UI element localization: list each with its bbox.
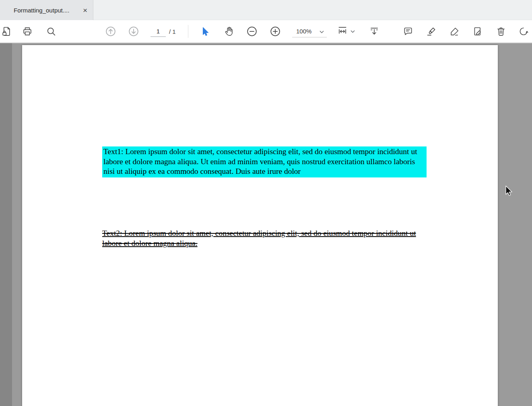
arrow-down-circle-icon (128, 26, 139, 37)
document-tab[interactable]: Formatting_output.... × (0, 0, 93, 20)
delete-button[interactable] (493, 23, 509, 39)
zoom-level-select[interactable]: 100% (292, 25, 327, 37)
tab-close-icon[interactable]: × (83, 6, 87, 14)
left-panel-rail (0, 43, 12, 406)
comment-icon (403, 26, 413, 37)
tab-bar: Formatting_output.... × (0, 0, 532, 20)
document-viewport[interactable]: Text1: Lorem ipsum dolor sit amet, conse… (0, 43, 532, 406)
chevron-down-icon (351, 28, 355, 34)
select-tool-button[interactable] (198, 23, 214, 39)
print-icon (22, 26, 33, 37)
document-lock-button[interactable] (0, 23, 15, 39)
fit-width-icon (337, 25, 348, 37)
cursor-select-icon (200, 26, 211, 37)
hand-tool-icon (224, 26, 234, 37)
next-page-button[interactable] (126, 23, 142, 39)
zoom-in-button[interactable] (267, 23, 283, 39)
tab-title: Formatting_output.... (14, 7, 79, 14)
signature-pen-button[interactable] (447, 23, 463, 39)
toolbar-separator (188, 25, 188, 38)
mouse-cursor (505, 185, 515, 198)
fit-width-select[interactable] (337, 23, 355, 39)
strikethrough-text-annotation[interactable]: Text2: Lorem ipsum dolor sit amet, conse… (102, 229, 424, 248)
highlighter-icon (426, 26, 437, 37)
print-button[interactable] (19, 23, 35, 39)
toolbar: / 1 (0, 20, 532, 43)
page-edit-button[interactable] (470, 23, 486, 39)
previous-page-button[interactable] (103, 23, 119, 39)
zoom-out-button[interactable] (244, 23, 260, 39)
rotate-button[interactable] (516, 23, 532, 39)
document-lock-icon (2, 26, 12, 37)
comment-button[interactable] (400, 23, 416, 39)
continuous-scroll-button[interactable] (366, 23, 382, 39)
highlighted-text-annotation[interactable]: Text1: Lorem ipsum dolor sit amet, conse… (102, 146, 427, 177)
search-button[interactable] (43, 23, 59, 39)
zoom-level-value: 100% (296, 28, 311, 35)
arrow-up-circle-icon (105, 26, 116, 37)
minus-circle-icon (246, 26, 258, 37)
page-edit-icon (472, 26, 483, 37)
page-number-input[interactable] (151, 26, 166, 37)
trash-icon (496, 26, 506, 37)
search-icon (46, 26, 56, 37)
continuous-scroll-icon (369, 26, 379, 37)
page-total-label: / 1 (169, 28, 176, 35)
plus-circle-icon (270, 26, 281, 37)
signature-pen-icon (450, 26, 460, 37)
chevron-down-icon (320, 28, 324, 35)
pdf-page: Text1: Lorem ipsum dolor sit amet, conse… (22, 45, 498, 406)
hand-tool-button[interactable] (221, 23, 237, 39)
highlighter-button[interactable] (423, 23, 439, 39)
rotate-icon (518, 26, 529, 37)
